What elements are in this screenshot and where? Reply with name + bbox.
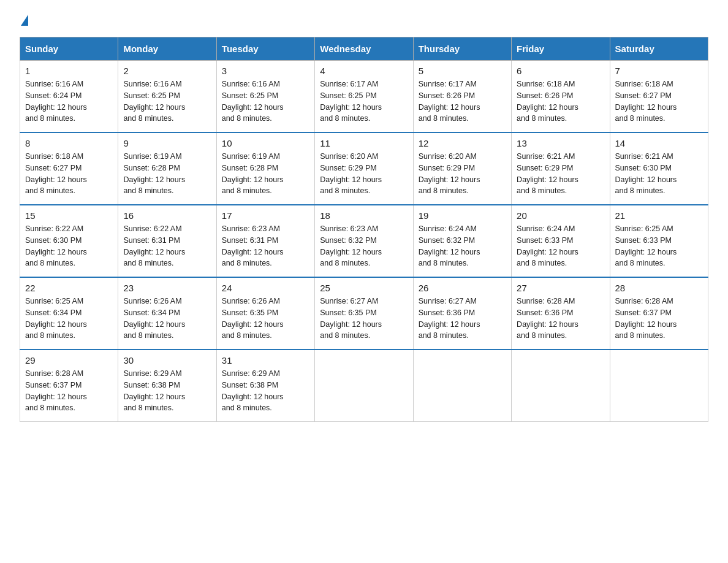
page-header [20,15,708,25]
column-header-wednesday: Wednesday [315,37,413,61]
day-info: Sunrise: 6:29 AMSunset: 6:38 PMDaylight:… [123,368,211,414]
day-info: Sunrise: 6:22 AMSunset: 6:31 PMDaylight:… [123,223,211,269]
day-number: 17 [222,210,309,221]
day-number: 8 [25,138,113,148]
day-info: Sunrise: 6:17 AMSunset: 6:25 PMDaylight:… [320,79,408,124]
column-header-monday: Monday [118,37,216,61]
day-number: 22 [25,283,113,293]
day-info: Sunrise: 6:23 AMSunset: 6:31 PMDaylight:… [222,223,309,269]
calendar-week-row: 15Sunrise: 6:22 AMSunset: 6:30 PMDayligh… [20,205,708,277]
calendar-cell: 12Sunrise: 6:20 AMSunset: 6:29 PMDayligh… [413,132,511,205]
day-info: Sunrise: 6:24 AMSunset: 6:33 PMDaylight:… [517,223,604,269]
calendar-cell: 3Sunrise: 6:16 AMSunset: 6:25 PMDaylight… [216,61,314,133]
day-info: Sunrise: 6:18 AMSunset: 6:27 PMDaylight:… [25,151,113,197]
day-number: 9 [123,138,211,148]
calendar-cell: 1Sunrise: 6:16 AMSunset: 6:24 PMDaylight… [20,61,118,133]
day-info: Sunrise: 6:20 AMSunset: 6:29 PMDaylight:… [320,151,408,197]
day-number: 19 [419,210,506,221]
day-info: Sunrise: 6:28 AMSunset: 6:37 PMDaylight:… [615,296,703,342]
calendar-cell: 30Sunrise: 6:29 AMSunset: 6:38 PMDayligh… [118,350,216,422]
calendar-table: SundayMondayTuesdayWednesdayThursdayFrid… [20,37,708,422]
day-info: Sunrise: 6:18 AMSunset: 6:27 PMDaylight:… [615,79,703,124]
calendar-cell: 7Sunrise: 6:18 AMSunset: 6:27 PMDaylight… [610,61,708,133]
day-info: Sunrise: 6:20 AMSunset: 6:29 PMDaylight:… [419,151,506,197]
day-number: 13 [517,138,604,148]
day-info: Sunrise: 6:29 AMSunset: 6:38 PMDaylight:… [222,368,309,414]
day-info: Sunrise: 6:28 AMSunset: 6:36 PMDaylight:… [517,296,604,342]
calendar-cell: 24Sunrise: 6:26 AMSunset: 6:35 PMDayligh… [216,277,314,350]
day-number: 28 [615,283,703,293]
calendar-cell: 26Sunrise: 6:27 AMSunset: 6:36 PMDayligh… [413,277,511,350]
day-info: Sunrise: 6:25 AMSunset: 6:34 PMDaylight:… [25,296,113,342]
calendar-week-row: 8Sunrise: 6:18 AMSunset: 6:27 PMDaylight… [20,132,708,205]
logo-triangle-icon [21,15,28,26]
calendar-week-row: 1Sunrise: 6:16 AMSunset: 6:24 PMDaylight… [20,61,708,133]
day-number: 5 [419,66,506,76]
calendar-cell [610,350,708,422]
day-number: 7 [615,66,703,76]
calendar-cell: 5Sunrise: 6:17 AMSunset: 6:26 PMDaylight… [413,61,511,133]
calendar-cell: 18Sunrise: 6:23 AMSunset: 6:32 PMDayligh… [315,205,413,277]
day-number: 1 [25,66,113,76]
day-info: Sunrise: 6:27 AMSunset: 6:35 PMDaylight:… [320,296,408,342]
day-number: 21 [615,210,703,221]
day-info: Sunrise: 6:19 AMSunset: 6:28 PMDaylight:… [222,151,309,197]
day-number: 4 [320,66,408,76]
day-info: Sunrise: 6:26 AMSunset: 6:34 PMDaylight:… [123,296,211,342]
day-number: 15 [25,210,113,221]
day-number: 30 [123,355,211,366]
column-header-thursday: Thursday [413,37,511,61]
logo [20,15,28,25]
calendar-header-row: SundayMondayTuesdayWednesdayThursdayFrid… [20,37,708,61]
calendar-cell: 28Sunrise: 6:28 AMSunset: 6:37 PMDayligh… [610,277,708,350]
calendar-cell: 11Sunrise: 6:20 AMSunset: 6:29 PMDayligh… [315,132,413,205]
day-number: 14 [615,138,703,148]
day-info: Sunrise: 6:17 AMSunset: 6:26 PMDaylight:… [419,79,506,124]
day-info: Sunrise: 6:16 AMSunset: 6:25 PMDaylight:… [222,79,309,124]
day-info: Sunrise: 6:27 AMSunset: 6:36 PMDaylight:… [419,296,506,342]
calendar-cell: 15Sunrise: 6:22 AMSunset: 6:30 PMDayligh… [20,205,118,277]
day-number: 26 [419,283,506,293]
day-number: 16 [123,210,211,221]
calendar-cell: 25Sunrise: 6:27 AMSunset: 6:35 PMDayligh… [315,277,413,350]
calendar-cell: 21Sunrise: 6:25 AMSunset: 6:33 PMDayligh… [610,205,708,277]
day-number: 10 [222,138,309,148]
calendar-week-row: 22Sunrise: 6:25 AMSunset: 6:34 PMDayligh… [20,277,708,350]
calendar-cell: 2Sunrise: 6:16 AMSunset: 6:25 PMDaylight… [118,61,216,133]
day-info: Sunrise: 6:23 AMSunset: 6:32 PMDaylight:… [320,223,408,269]
calendar-cell: 10Sunrise: 6:19 AMSunset: 6:28 PMDayligh… [216,132,314,205]
calendar-week-row: 29Sunrise: 6:28 AMSunset: 6:37 PMDayligh… [20,350,708,422]
calendar-cell: 19Sunrise: 6:24 AMSunset: 6:32 PMDayligh… [413,205,511,277]
day-number: 3 [222,66,309,76]
calendar-cell: 13Sunrise: 6:21 AMSunset: 6:29 PMDayligh… [512,132,610,205]
calendar-cell: 14Sunrise: 6:21 AMSunset: 6:30 PMDayligh… [610,132,708,205]
calendar-cell [512,350,610,422]
day-number: 18 [320,210,408,221]
calendar-cell: 22Sunrise: 6:25 AMSunset: 6:34 PMDayligh… [20,277,118,350]
calendar-cell: 31Sunrise: 6:29 AMSunset: 6:38 PMDayligh… [216,350,314,422]
day-number: 12 [419,138,506,148]
calendar-cell: 17Sunrise: 6:23 AMSunset: 6:31 PMDayligh… [216,205,314,277]
day-info: Sunrise: 6:22 AMSunset: 6:30 PMDaylight:… [25,223,113,269]
day-info: Sunrise: 6:28 AMSunset: 6:37 PMDaylight:… [25,368,113,414]
day-info: Sunrise: 6:26 AMSunset: 6:35 PMDaylight:… [222,296,309,342]
day-number: 23 [123,283,211,293]
calendar-cell: 9Sunrise: 6:19 AMSunset: 6:28 PMDaylight… [118,132,216,205]
day-info: Sunrise: 6:16 AMSunset: 6:25 PMDaylight:… [123,79,211,124]
day-info: Sunrise: 6:21 AMSunset: 6:30 PMDaylight:… [615,151,703,197]
day-info: Sunrise: 6:16 AMSunset: 6:24 PMDaylight:… [25,79,113,124]
day-info: Sunrise: 6:18 AMSunset: 6:26 PMDaylight:… [517,79,604,124]
calendar-cell: 23Sunrise: 6:26 AMSunset: 6:34 PMDayligh… [118,277,216,350]
day-number: 29 [25,355,113,366]
column-header-sunday: Sunday [20,37,118,61]
calendar-cell [315,350,413,422]
day-number: 2 [123,66,211,76]
day-number: 11 [320,138,408,148]
calendar-cell [413,350,511,422]
column-header-tuesday: Tuesday [216,37,314,61]
column-header-saturday: Saturday [610,37,708,61]
calendar-cell: 8Sunrise: 6:18 AMSunset: 6:27 PMDaylight… [20,132,118,205]
day-info: Sunrise: 6:21 AMSunset: 6:29 PMDaylight:… [517,151,604,197]
calendar-cell: 16Sunrise: 6:22 AMSunset: 6:31 PMDayligh… [118,205,216,277]
calendar-cell: 20Sunrise: 6:24 AMSunset: 6:33 PMDayligh… [512,205,610,277]
